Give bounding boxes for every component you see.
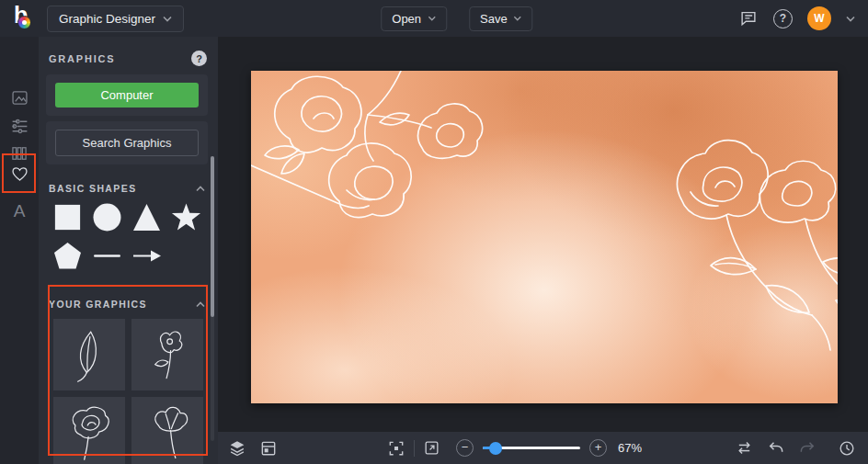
section-your-graphics[interactable]: YOUR GRAPHICS: [39, 286, 218, 318]
account-chevron-down-icon[interactable]: [846, 16, 855, 22]
save-button[interactable]: Save: [469, 6, 533, 31]
chevron-up-icon: [196, 186, 205, 192]
graphic-thumbnail-wildflower[interactable]: [131, 397, 203, 464]
basic-shapes-title: BASIC SHAPES: [49, 183, 137, 194]
template-grid-button[interactable]: [259, 439, 278, 458]
avatar-initial: W: [814, 12, 824, 25]
shape-arrow[interactable]: [131, 241, 162, 271]
minus-glyph: −: [462, 440, 469, 454]
sliders-icon: [10, 117, 29, 136]
zoom-slider-thumb[interactable]: [489, 442, 502, 455]
zoom-slider[interactable]: [483, 442, 580, 455]
image-icon: [10, 88, 29, 108]
app-title: Graphic Designer: [59, 12, 155, 26]
topbar-right: ? W: [738, 6, 868, 30]
zoom-out-button[interactable]: −: [456, 439, 474, 457]
file-actions: Open Save: [381, 6, 532, 31]
rail-item-graphics[interactable]: [0, 160, 39, 187]
graphics-panel: GRAPHICS ? Computer Search Graphics BASI…: [39, 37, 218, 464]
your-graphics-title: YOUR GRAPHICS: [49, 299, 147, 310]
section-basic-shapes[interactable]: BASIC SHAPES: [39, 170, 218, 202]
help-glyph: ?: [780, 12, 786, 25]
heart-icon: [10, 164, 29, 184]
text-tool-icon: A: [14, 201, 26, 221]
tool-rail: A: [0, 37, 39, 464]
your-graphics-grid: [39, 318, 218, 464]
undo-button[interactable]: [767, 439, 785, 458]
graphic-thumbnail-leaf[interactable]: [53, 319, 125, 390]
shape-triangle[interactable]: [131, 202, 162, 232]
computer-upload-button[interactable]: Computer: [55, 83, 199, 108]
fullscreen-preview-button[interactable]: [423, 439, 440, 457]
chevron-down-icon: [428, 16, 436, 21]
wildflower-line-art: [139, 404, 196, 461]
layers-button[interactable]: [227, 438, 247, 458]
rail-item-edit[interactable]: [0, 112, 39, 140]
top-bar: b Graphic Designer Open Save: [0, 0, 868, 37]
app-window: b Graphic Designer Open Save: [0, 0, 868, 464]
main-area: A GRAPHICS ? Computer Search Graphics BA…: [0, 37, 868, 464]
open-label: Open: [392, 12, 421, 26]
rail-item-text[interactable]: A: [0, 198, 39, 225]
shape-circle[interactable]: [92, 202, 122, 232]
rose-line-art: [61, 404, 118, 461]
save-label: Save: [480, 12, 508, 26]
color-wheel-icon: [17, 16, 31, 29]
toolbar-divider: [414, 440, 415, 457]
redo-button[interactable]: [798, 439, 817, 458]
upload-card: Computer: [46, 74, 208, 116]
search-card: Search Graphics: [46, 121, 208, 164]
shape-star[interactable]: [171, 202, 201, 232]
open-button[interactable]: Open: [381, 6, 447, 31]
shape-square[interactable]: [52, 202, 83, 232]
panel-help-glyph: ?: [196, 53, 202, 64]
rail-item-templates[interactable]: [0, 84, 39, 111]
compare-loop-button[interactable]: [735, 438, 754, 458]
befunky-logo[interactable]: b: [12, 5, 36, 32]
poppy-line-art: [139, 326, 196, 383]
panel-scrollbar-thumb[interactable]: [211, 156, 214, 317]
help-icon[interactable]: ?: [773, 9, 793, 28]
chevron-down-icon: [514, 16, 522, 21]
history-button[interactable]: [838, 439, 856, 458]
workspace: − + 67%: [218, 37, 868, 464]
basic-shapes-grid: [39, 202, 202, 271]
chevron-down-icon: [163, 16, 172, 22]
graphic-thumbnail-rose[interactable]: [53, 397, 125, 464]
panel-title: GRAPHICS: [49, 53, 115, 64]
zoom-in-button[interactable]: +: [589, 439, 607, 457]
graphic-thumbnail-poppy[interactable]: [131, 319, 203, 390]
chevron-up-icon: [196, 301, 205, 308]
zoom-percentage: 67%: [618, 441, 642, 455]
shape-line[interactable]: [92, 241, 122, 271]
design-canvas[interactable]: [251, 71, 838, 403]
shape-pentagon[interactable]: [52, 241, 83, 271]
leaf-line-art: [61, 326, 118, 383]
fit-to-screen-button[interactable]: [387, 439, 405, 458]
panel-help-icon[interactable]: ?: [191, 51, 207, 66]
bottom-toolbar: − + 67%: [218, 432, 868, 464]
plus-glyph: +: [595, 440, 602, 454]
flower-line-art: [251, 71, 838, 403]
history-controls: [735, 438, 868, 458]
search-graphics-button[interactable]: Search Graphics: [55, 130, 199, 156]
app-title-menu[interactable]: Graphic Designer: [47, 6, 184, 32]
feedback-chat-icon[interactable]: [738, 8, 759, 28]
panel-header: GRAPHICS ?: [39, 37, 218, 74]
avatar[interactable]: W: [807, 6, 831, 30]
